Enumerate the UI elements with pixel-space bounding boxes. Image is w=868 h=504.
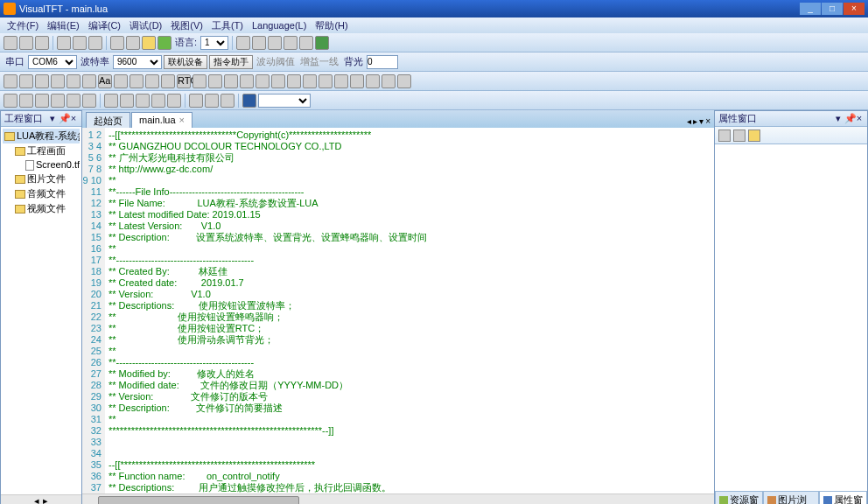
menu-compile[interactable]: 编译(C) xyxy=(85,19,124,32)
widget-meter-icon[interactable] xyxy=(145,74,159,88)
same-width-icon[interactable] xyxy=(136,94,150,108)
left-scroll[interactable]: ◂ ▸ xyxy=(1,494,81,504)
step-icon[interactable] xyxy=(299,36,313,50)
baud-select[interactable]: 9600 xyxy=(113,55,162,69)
align-bottom-icon[interactable] xyxy=(82,94,96,108)
back-icon[interactable] xyxy=(205,94,219,108)
widget-flash-icon[interactable] xyxy=(397,74,411,88)
widget-chart-icon[interactable] xyxy=(161,74,175,88)
widget-menu-icon[interactable] xyxy=(256,74,270,88)
widget-icon-icon[interactable] xyxy=(208,74,222,88)
tree-item[interactable]: Screen0.tft xyxy=(24,158,80,172)
panel-pin-icon[interactable]: ▾ xyxy=(48,113,57,124)
panel-pin2-icon[interactable]: 📌 xyxy=(844,113,853,124)
panel-pin2-icon[interactable]: 📌 xyxy=(59,113,67,124)
play-icon[interactable] xyxy=(315,36,329,50)
undo-icon[interactable] xyxy=(110,36,124,50)
tree-item[interactable]: 图片文件 xyxy=(13,172,80,186)
paste-icon[interactable] xyxy=(88,36,102,50)
menu-edit[interactable]: 编辑(E) xyxy=(44,19,83,32)
widget-rect-icon[interactable] xyxy=(51,74,65,88)
copy-icon[interactable] xyxy=(73,36,87,50)
redo-icon[interactable] xyxy=(126,36,140,50)
widget-table-icon[interactable] xyxy=(240,74,254,88)
dist-h-icon[interactable] xyxy=(104,94,118,108)
tab-start[interactable]: 起始页 xyxy=(86,112,130,128)
align-top-icon[interactable] xyxy=(51,94,65,108)
tab-nav-left-icon[interactable]: ◂ xyxy=(687,116,691,126)
widget-button-icon[interactable] xyxy=(19,74,33,88)
menu-view[interactable]: 视图(V) xyxy=(167,19,206,32)
editor-hscroll[interactable] xyxy=(82,494,714,504)
align-left-icon[interactable] xyxy=(4,94,18,108)
widget-time-icon[interactable] xyxy=(350,74,364,88)
widget-slider-icon[interactable] xyxy=(114,74,128,88)
front-icon[interactable] xyxy=(189,94,203,108)
menu-debug[interactable]: 调试(D) xyxy=(126,19,165,32)
zoom-select[interactable] xyxy=(258,94,311,108)
tab-property[interactable]: 属性窗口 xyxy=(819,491,867,504)
minimize-button[interactable]: _ xyxy=(800,3,821,15)
build-icon[interactable] xyxy=(252,36,266,50)
align-middle-icon[interactable] xyxy=(66,94,80,108)
widget-curve-icon[interactable] xyxy=(271,74,285,88)
close-button[interactable]: × xyxy=(844,3,864,15)
lang-select[interactable]: 1 xyxy=(200,36,228,50)
widget-cursor-icon[interactable] xyxy=(4,74,18,88)
code-editor[interactable]: 1 2 3 4 5 6 7 8 9 10 11 12 13 14 15 16 1… xyxy=(82,128,714,494)
color-fill-icon[interactable] xyxy=(242,94,256,108)
widget-anim-icon[interactable] xyxy=(192,74,206,88)
menu-file[interactable]: 文件(F) xyxy=(4,19,42,32)
tab-imgbrowser[interactable]: 图片浏览器 xyxy=(763,491,819,504)
panel-close-icon[interactable]: × xyxy=(855,113,864,124)
tab-closeall-icon[interactable]: × xyxy=(705,116,710,126)
new-icon[interactable] xyxy=(4,36,18,50)
panel-close-icon[interactable]: × xyxy=(69,113,78,124)
port-select[interactable]: COM6 xyxy=(28,55,77,69)
menu-help[interactable]: 帮助(H) xyxy=(312,19,351,32)
menu-language[interactable]: Language(L) xyxy=(248,20,310,31)
widget-circle-icon[interactable] xyxy=(66,74,80,88)
widget-audio-icon[interactable] xyxy=(334,74,348,88)
align-center-icon[interactable] xyxy=(19,94,33,108)
save-icon[interactable] xyxy=(35,36,49,50)
widget-label-icon[interactable]: Aa xyxy=(98,74,112,88)
menu-tools[interactable]: 工具(T) xyxy=(208,19,247,32)
project-tree[interactable]: LUA教程-系统参数设置 工程画面 Screen0.tft 图片文件 音频文件 … xyxy=(1,127,81,494)
sync-icon[interactable] xyxy=(158,36,172,50)
lock-icon[interactable] xyxy=(142,36,156,50)
same-size-icon[interactable] xyxy=(167,94,181,108)
backlight-input[interactable] xyxy=(367,55,398,69)
open-icon[interactable] xyxy=(19,36,33,50)
prop-search-icon[interactable] xyxy=(748,130,760,142)
prop-cat-icon[interactable] xyxy=(718,130,731,142)
same-height-icon[interactable] xyxy=(151,94,165,108)
tab-close-icon[interactable]: × xyxy=(179,115,185,125)
tab-nav-right-icon[interactable]: ▸ xyxy=(693,116,697,126)
panel-pin-icon[interactable]: ▾ xyxy=(834,113,843,124)
tab-mainlua[interactable]: main.lua× xyxy=(131,112,192,128)
widget-rtc-icon[interactable]: RTC xyxy=(177,74,191,88)
code-content[interactable]: --[[*******************************Copyr… xyxy=(105,128,714,494)
run-icon[interactable] xyxy=(284,36,298,50)
tree-root[interactable]: LUA教程-系统参数设置 xyxy=(3,129,80,144)
widget-note-icon[interactable] xyxy=(366,74,380,88)
tab-menu-icon[interactable]: ▾ xyxy=(699,116,704,126)
connect-button[interactable]: 联机设备 xyxy=(164,55,207,69)
widget-text-icon[interactable] xyxy=(35,74,49,88)
property-grid[interactable] xyxy=(715,144,867,491)
tree-item[interactable]: 工程画面 xyxy=(13,144,80,158)
tree-item[interactable]: 视频文件 xyxy=(13,201,80,216)
tab-resource[interactable]: 资源窗口 xyxy=(715,491,763,504)
dist-v-icon[interactable] xyxy=(120,94,134,108)
cmd-helper-button[interactable]: 指令助手 xyxy=(209,55,253,69)
compile-icon[interactable] xyxy=(236,36,250,50)
widget-progress-icon[interactable] xyxy=(130,74,144,88)
prop-sort-icon[interactable] xyxy=(733,130,746,142)
widget-record-icon[interactable] xyxy=(287,74,301,88)
align-right-icon[interactable] xyxy=(35,94,49,108)
widget-qr-icon[interactable] xyxy=(224,74,238,88)
tree-item[interactable]: 音频文件 xyxy=(13,186,80,201)
widget-keyboard-icon[interactable] xyxy=(303,74,317,88)
grid-icon[interactable] xyxy=(220,94,234,108)
